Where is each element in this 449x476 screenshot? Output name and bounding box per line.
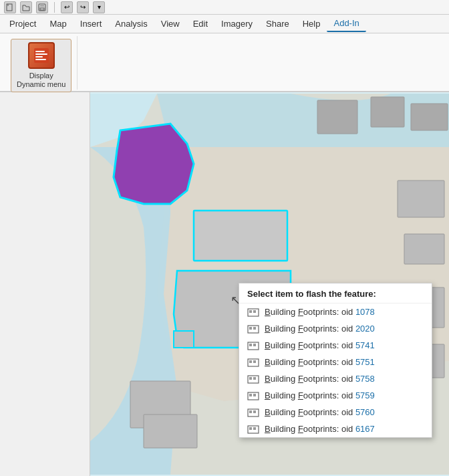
context-menu-item-6167[interactable]: Building Footprints: oid 6167 — [239, 421, 432, 437]
building-footprint-icon-6 — [247, 391, 259, 400]
building-footprint-icon-5 — [247, 374, 259, 384]
svg-rect-40 — [249, 377, 252, 380]
menu-project[interactable]: Project — [3, 16, 43, 31]
svg-rect-16 — [398, 181, 444, 217]
undo-button[interactable]: ↩ — [61, 1, 73, 13]
svg-rect-44 — [253, 394, 256, 396]
svg-rect-38 — [253, 360, 256, 363]
svg-rect-34 — [249, 344, 252, 346]
menu-help[interactable]: Help — [296, 16, 327, 31]
display-dynamic-menu-icon — [28, 42, 55, 69]
svg-rect-50 — [253, 427, 256, 430]
item-text-2020: Building Footprints: oid 2020 — [265, 324, 375, 334]
quick-access-toolbar: ↩ ↪ ▾ — [0, 0, 449, 15]
app-wrapper: ↩ ↪ ▾ Project Map Insert Analysis View E… — [0, 0, 449, 476]
svg-rect-15 — [411, 104, 448, 130]
svg-rect-46 — [249, 410, 252, 413]
item-text-6167: Building Footprints: oid 6167 — [265, 424, 375, 434]
item-text-5751: Building Footprints: oid 5751 — [265, 357, 375, 367]
display-dynamic-menu-label: DisplayDynamic menu — [17, 72, 65, 89]
svg-rect-31 — [249, 327, 252, 330]
building-footprint-icon-3 — [247, 341, 259, 350]
svg-rect-4 — [40, 8, 44, 10]
svg-rect-26 — [174, 331, 194, 348]
svg-rect-0 — [7, 4, 12, 11]
svg-rect-24 — [194, 211, 287, 261]
display-dynamic-menu-button[interactable]: DisplayDynamic menu — [11, 39, 71, 92]
context-menu-item-5741[interactable]: Building Footprints: oid 5741 — [239, 337, 432, 354]
menu-share[interactable]: Share — [259, 16, 296, 31]
svg-rect-6 — [35, 51, 45, 52]
item-text-5741: Building Footprints: oid 5741 — [265, 340, 375, 350]
building-footprint-icon-4 — [247, 358, 259, 367]
menu-addin[interactable]: Add-In — [327, 15, 365, 32]
menu-edit[interactable]: Edit — [186, 16, 214, 31]
ribbon: DisplayDynamic menu Dynamic Menu — [0, 33, 449, 92]
svg-rect-9 — [35, 59, 46, 60]
divider1 — [54, 2, 55, 13]
new-button[interactable] — [4, 1, 16, 13]
svg-rect-28 — [249, 310, 252, 313]
context-menu-item-5758[interactable]: Building Footprints: oid 5758 — [239, 370, 432, 387]
building-footprint-icon-1 — [247, 308, 259, 317]
item-text-5758: Building Footprints: oid 5758 — [265, 374, 375, 384]
save-button[interactable] — [36, 1, 48, 13]
context-menu-item-2020[interactable]: Building Footprints: oid 2020 — [239, 320, 432, 337]
context-menu-item-5751[interactable]: Building Footprints: oid 5751 — [239, 354, 432, 370]
svg-rect-8 — [35, 56, 43, 57]
menu-map[interactable]: Map — [43, 16, 73, 31]
svg-rect-32 — [253, 327, 256, 330]
svg-rect-47 — [253, 410, 256, 413]
building-footprint-icon-2 — [247, 324, 259, 334]
svg-rect-37 — [249, 360, 252, 363]
menu-analysis[interactable]: Analysis — [108, 16, 154, 31]
svg-rect-35 — [253, 344, 256, 346]
item-text-5760: Building Footprints: oid 5760 — [265, 407, 375, 417]
building-footprint-icon-7 — [247, 408, 259, 417]
context-menu-header: Select item to flash the feature: — [239, 283, 432, 304]
svg-rect-7 — [35, 53, 47, 55]
svg-rect-17 — [404, 234, 444, 264]
svg-rect-21 — [144, 414, 197, 448]
left-panel — [0, 92, 90, 476]
menu-view[interactable]: View — [154, 16, 186, 31]
item-text-5759: Building Footprints: oid 5759 — [265, 390, 375, 400]
svg-rect-43 — [249, 394, 252, 396]
svg-rect-41 — [253, 377, 256, 380]
menu-insert[interactable]: Insert — [73, 16, 109, 31]
building-footprint-icon-8 — [247, 425, 259, 434]
item-text-1078: Building Footprints: oid 1078 — [265, 307, 375, 317]
svg-rect-3 — [40, 4, 44, 7]
redo-button[interactable]: ↪ — [77, 1, 89, 13]
context-menu: Select item to flash the feature: Buildi… — [239, 283, 432, 438]
menu-imagery[interactable]: Imagery — [214, 16, 259, 31]
svg-rect-49 — [249, 427, 252, 430]
open-button[interactable] — [20, 1, 32, 13]
ribbon-group-dynamic-menu: DisplayDynamic menu Dynamic Menu — [5, 36, 78, 90]
svg-rect-13 — [317, 100, 357, 134]
context-menu-item-1078[interactable]: Building Footprints: oid 1078 — [239, 304, 432, 320]
context-menu-item-5760[interactable]: Building Footprints: oid 5760 — [239, 404, 432, 421]
map-view[interactable]: ↖ Select item to flash the feature: Buil… — [90, 92, 449, 476]
svg-rect-14 — [371, 97, 404, 127]
menubar: Project Map Insert Analysis View Edit Im… — [0, 15, 449, 33]
content-area: ↖ Select item to flash the feature: Buil… — [0, 92, 449, 476]
more-button[interactable]: ▾ — [93, 1, 105, 13]
context-menu-item-5759[interactable]: Building Footprints: oid 5759 — [239, 387, 432, 404]
svg-rect-29 — [253, 310, 256, 313]
svg-rect-5 — [34, 48, 49, 63]
